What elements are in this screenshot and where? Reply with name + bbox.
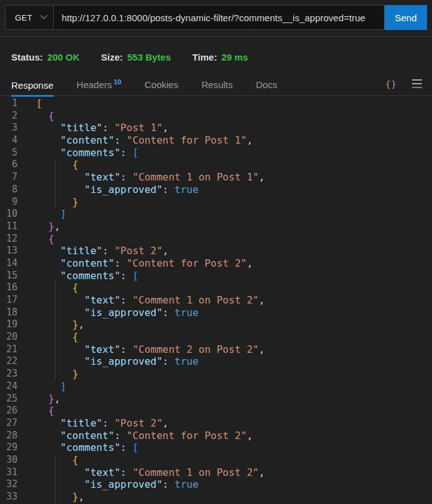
line-number: 25 xyxy=(0,393,17,405)
line-number: 31 xyxy=(0,467,17,479)
method-select[interactable]: GET xyxy=(5,5,53,30)
line-number: 9 xyxy=(0,196,17,209)
code-text: [ xyxy=(17,97,42,110)
code-text: { xyxy=(17,454,78,467)
code-text: "is_approved": true xyxy=(17,307,199,319)
code-line: 8 "is_approved": true xyxy=(0,184,432,196)
line-number: 27 xyxy=(0,417,17,430)
code-text: { xyxy=(17,282,78,294)
code-text: "title": "Post 1", xyxy=(17,122,169,134)
indent-guide xyxy=(55,343,56,356)
line-number: 3 xyxy=(0,122,17,134)
code-line: 31 "text": "Comment 1 on Post 2", xyxy=(0,467,432,479)
line-number: 11 xyxy=(0,220,17,233)
code-line: 2 { xyxy=(0,110,432,122)
code-line: 11 }, xyxy=(0,220,432,233)
line-number: 8 xyxy=(0,184,17,196)
line-number: 30 xyxy=(0,454,17,467)
code-text: { xyxy=(17,233,54,245)
url-input[interactable] xyxy=(53,5,385,30)
time-value: 29 ms xyxy=(222,52,248,62)
indent-guide xyxy=(55,196,56,209)
line-number: 24 xyxy=(0,380,17,393)
code-text: "comments": [ xyxy=(17,147,139,159)
code-text: ] xyxy=(17,380,66,393)
indent-guide xyxy=(55,478,56,491)
headers-count-badge: 10 xyxy=(114,78,121,86)
line-number: 32 xyxy=(0,478,17,491)
indent-guide xyxy=(55,467,56,479)
code-line: 6 { xyxy=(0,159,432,171)
tab-cookies[interactable]: Cookies xyxy=(145,79,179,96)
code-line: 10 ] xyxy=(0,208,432,220)
code-text: "content": "Content for Post 2", xyxy=(17,257,253,270)
tab-headers-label: Headers xyxy=(77,79,112,90)
size-badge: Size:553 Bytes xyxy=(101,52,171,62)
code-line: 5 "comments": [ xyxy=(0,147,432,159)
code-line: 22 "is_approved": true xyxy=(0,355,432,368)
code-text: { xyxy=(17,110,54,122)
code-line: 30 { xyxy=(0,454,432,467)
line-number: 5 xyxy=(0,147,17,159)
line-number: 23 xyxy=(0,368,17,380)
tab-results[interactable]: Results xyxy=(202,79,233,96)
line-number: 10 xyxy=(0,208,17,220)
size-label: Size: xyxy=(101,52,123,62)
status-value: 200 OK xyxy=(47,52,80,62)
line-number: 17 xyxy=(0,294,17,307)
tab-headers[interactable]: Headers10 xyxy=(77,78,122,96)
brace-open-glyph: { xyxy=(385,79,391,89)
code-text: { xyxy=(17,405,54,417)
line-number: 22 xyxy=(0,355,17,368)
line-number: 12 xyxy=(0,233,17,245)
code-line: 32 "is_approved": true xyxy=(0,478,432,491)
code-line: 17 "text": "Comment 1 on Post 2", xyxy=(0,294,432,307)
code-text: }, xyxy=(17,491,84,503)
code-text: "is_approved": true xyxy=(17,478,199,491)
code-line: 1[ xyxy=(0,97,432,110)
code-line: 7 "text": "Comment 1 on Post 1", xyxy=(0,171,432,184)
code-text: ] xyxy=(17,208,66,220)
indent-guide xyxy=(55,294,56,307)
chevron-down-icon xyxy=(40,12,47,19)
indent-guide xyxy=(55,184,56,196)
code-text: }, xyxy=(17,393,61,405)
line-number: 26 xyxy=(0,405,17,417)
code-line: 21 "text": "Comment 2 on Post 2", xyxy=(0,343,432,356)
line-number: 29 xyxy=(0,442,17,454)
indent-guide xyxy=(55,282,56,294)
line-number: 18 xyxy=(0,307,17,319)
code-line: 18 "is_approved": true xyxy=(0,307,432,319)
line-number: 21 xyxy=(0,343,17,356)
line-number: 33 xyxy=(0,491,17,503)
send-button[interactable]: Send xyxy=(385,5,427,30)
status-label: Status: xyxy=(11,52,43,62)
indent-guide xyxy=(55,491,56,503)
line-number: 28 xyxy=(0,430,17,442)
brace-close-glyph: } xyxy=(391,79,397,89)
line-number: 2 xyxy=(0,110,17,122)
code-line: 24 ] xyxy=(0,380,432,393)
line-number: 20 xyxy=(0,331,17,343)
line-number: 15 xyxy=(0,270,17,282)
tab-docs[interactable]: Docs xyxy=(256,79,277,96)
code-line: 4 "content": "Content for Post 1", xyxy=(0,134,432,147)
code-text: "content": "Content for Post 1", xyxy=(17,134,253,147)
format-json-icon[interactable]: {} xyxy=(385,79,397,96)
menu-icon[interactable] xyxy=(412,79,422,96)
response-body[interactable]: 1[2 {3 "title": "Post 1",4 "content": "C… xyxy=(0,96,432,504)
code-line: 27 "title": "Post 2", xyxy=(0,417,432,430)
request-bar: GET Send xyxy=(0,0,432,37)
indent-guide xyxy=(55,331,56,343)
code-text: "comments": [ xyxy=(17,270,139,282)
indent-guide xyxy=(55,454,56,467)
code-text: } xyxy=(17,196,78,209)
line-number: 19 xyxy=(0,319,17,331)
code-text: }, xyxy=(17,220,61,233)
code-line: 15 "comments": [ xyxy=(0,270,432,282)
code-line: 20 { xyxy=(0,331,432,343)
code-line: 25 }, xyxy=(0,393,432,405)
code-line: 3 "title": "Post 1", xyxy=(0,122,432,134)
indent-guide xyxy=(55,171,56,184)
tab-response[interactable]: Response xyxy=(11,80,54,97)
